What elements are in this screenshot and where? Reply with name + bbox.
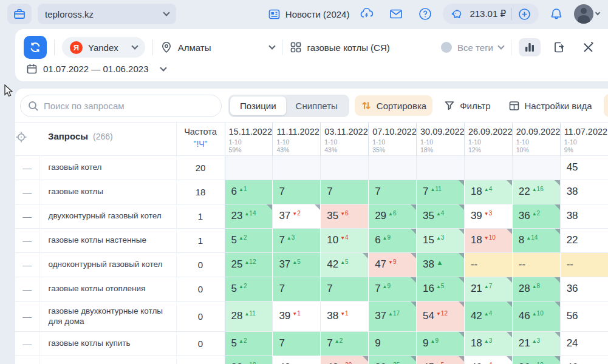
position-cell[interactable]: 49 [273, 356, 321, 364]
position-cell[interactable]: 22▲16 [512, 180, 560, 204]
position-cell[interactable]: 7 [273, 180, 321, 204]
position-cell[interactable]: 56 [560, 301, 608, 331]
notifications-button[interactable] [545, 7, 568, 21]
query-cell[interactable]: газовые котлы купить [39, 331, 176, 356]
position-cell[interactable]: 28▲11 [225, 301, 273, 331]
tab-snippets[interactable]: Сниппеты [286, 96, 347, 115]
position-cell[interactable]: 25▲12 [225, 252, 273, 277]
query-cell[interactable]: газовые котлы настенные [39, 228, 176, 252]
date-column-header[interactable]: 11.07.20221-109% [560, 123, 608, 155]
position-cell[interactable]: 47▼9 [369, 252, 417, 277]
position-cell[interactable]: 21▲3 [512, 331, 560, 356]
help-button[interactable] [414, 7, 437, 21]
project-selector[interactable]: teploross.kz [38, 4, 176, 24]
row-drag-handle[interactable]: — [15, 277, 39, 301]
export-button[interactable] [548, 38, 570, 56]
position-cell[interactable]: 7 [273, 277, 321, 301]
position-cell[interactable]: -- [464, 252, 512, 277]
position-cell[interactable] [464, 155, 512, 180]
date-column-header[interactable]: 11.11.20221-1043% [273, 123, 321, 155]
position-cell[interactable]: 7 [273, 331, 321, 356]
query-cell[interactable]: газовый котел [39, 155, 176, 180]
searcher-selector[interactable]: Я Yandex [62, 37, 145, 58]
mail-button[interactable] [384, 7, 408, 21]
position-cell[interactable]: 29▲6 [369, 204, 417, 228]
news-link[interactable]: Новости (2024) [268, 8, 350, 21]
date-column-header[interactable]: 07.10.20221-1035% [369, 123, 417, 155]
position-cell[interactable] [369, 155, 417, 180]
position-cell[interactable]: -- [512, 252, 560, 277]
position-cell[interactable]: 37▲17 [369, 301, 417, 331]
cloud-sync-button[interactable] [355, 7, 378, 21]
view-settings-button[interactable]: Настройки вида [502, 95, 598, 116]
position-cell[interactable]: 18▼10 [464, 228, 512, 252]
position-cell[interactable]: 36▲10 [512, 356, 560, 364]
position-cell[interactable]: 6▲9 [369, 228, 417, 252]
position-cell[interactable]: 23▲14 [225, 204, 273, 228]
position-cell[interactable]: 36 [560, 277, 608, 301]
position-cell[interactable]: 21▲7 [464, 277, 512, 301]
group-selector[interactable]: газовые котлы (СЯ) [290, 41, 390, 53]
query-cell[interactable]: газовые котлы отопления [39, 277, 176, 301]
account-menu[interactable] [574, 4, 599, 24]
position-cell[interactable]: 7▲2 [321, 331, 369, 356]
position-cell[interactable]: 20▲25 [369, 356, 417, 364]
date-column-header[interactable]: 15.11.20221-1059% [225, 123, 273, 155]
position-cell[interactable]: 8▲14 [512, 228, 560, 252]
tab-positions[interactable]: Позиции [230, 96, 286, 115]
position-cell[interactable]: 35▲4 [417, 204, 465, 228]
position-cell[interactable]: 15▲3 [417, 228, 465, 252]
frequency-header[interactable]: Частота "!Ч" [176, 123, 225, 155]
position-cell[interactable]: 39▼3 [464, 204, 512, 228]
position-cell[interactable]: 46 [560, 356, 608, 364]
position-cell[interactable]: 35▼6 [321, 204, 369, 228]
update-positions-button[interactable] [604, 94, 608, 117]
position-cell[interactable]: 9▲9 [417, 331, 465, 356]
projects-button[interactable] [7, 4, 32, 24]
tools-button[interactable] [577, 38, 599, 57]
refresh-positions-button[interactable] [24, 36, 47, 59]
search-input[interactable] [20, 95, 222, 117]
add-funds-icon[interactable] [517, 7, 531, 21]
chart-view-button[interactable] [519, 38, 541, 56]
position-cell[interactable]: -- [560, 252, 608, 277]
position-cell[interactable] [512, 155, 560, 180]
filter-button[interactable]: Фильтр [438, 95, 496, 116]
row-drag-handle[interactable]: — [15, 331, 39, 356]
region-selector[interactable]: Алматы [160, 41, 275, 53]
position-cell[interactable]: 38 [560, 204, 608, 228]
position-cell[interactable]: 45 [560, 155, 608, 180]
row-drag-handle[interactable]: — [15, 252, 39, 277]
position-cell[interactable] [273, 155, 321, 180]
queries-header[interactable]: Запросы(266) [39, 123, 176, 155]
row-drag-handle[interactable]: — [15, 155, 39, 180]
date-column-header[interactable]: 26.09.20221-1012% [464, 123, 512, 155]
position-cell[interactable]: 37▲5 [273, 252, 321, 277]
position-cell[interactable]: 7▲11 [417, 180, 465, 204]
position-cell[interactable]: 5▲2 [225, 228, 273, 252]
position-cell[interactable]: 7▲3 [273, 228, 321, 252]
position-cell[interactable]: 7 [321, 277, 369, 301]
position-cell[interactable] [225, 155, 273, 180]
position-cell[interactable]: 49▼29 [321, 356, 369, 364]
position-cell[interactable]: 38 [560, 180, 608, 204]
position-cell[interactable]: 22 [560, 228, 608, 252]
date-column-header[interactable]: 03.11.20221-1043% [321, 123, 369, 155]
date-column-header[interactable]: 30.09.20221-1018% [417, 123, 465, 155]
position-cell[interactable]: 42▲4 [464, 301, 512, 331]
position-cell[interactable]: 7 [369, 180, 417, 204]
all-tags-toggle[interactable]: Все теги [441, 42, 504, 53]
position-cell[interactable]: 45▼5 [417, 356, 465, 364]
position-cell[interactable]: 5▲2 [225, 277, 273, 301]
row-drag-handle[interactable]: — [15, 228, 39, 252]
position-cell[interactable]: 6▲1 [225, 180, 273, 204]
position-cell[interactable]: 28▲8 [512, 277, 560, 301]
position-cell[interactable]: 18▲3 [464, 331, 512, 356]
position-cell[interactable]: 38▼1 [321, 301, 369, 331]
date-column-header[interactable]: 20.09.20221-1010% [512, 123, 560, 155]
query-cell[interactable]: газовые котлы [39, 180, 176, 204]
sort-button[interactable]: Сортировка [355, 95, 432, 116]
position-cell[interactable]: 10▼4 [321, 228, 369, 252]
row-drag-handle[interactable]: — [15, 356, 39, 364]
frequency-mode[interactable]: "!Ч" [177, 139, 225, 149]
